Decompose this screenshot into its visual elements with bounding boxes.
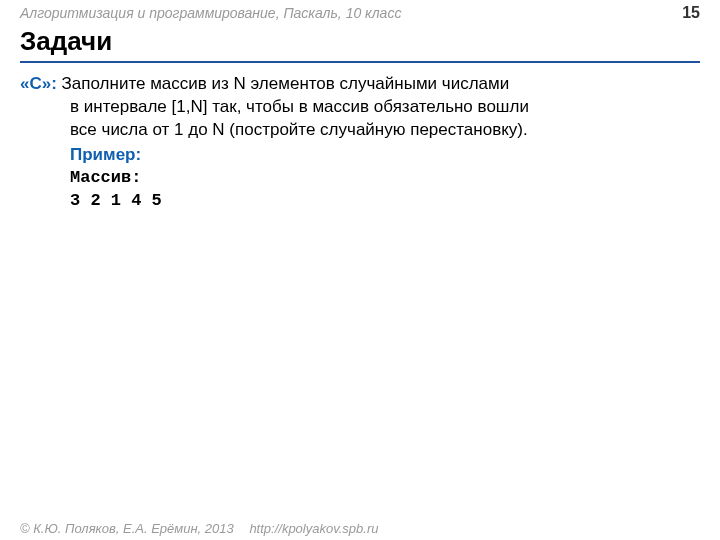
- array-label: Массив:: [20, 167, 700, 190]
- task-text-2: в интервале [1,N] так, чтобы в массив об…: [70, 97, 529, 116]
- task-label: «С»:: [20, 74, 62, 93]
- copyright-text: © К.Ю. Поляков, Е.А. Ерёмин, 2013: [20, 521, 234, 536]
- page-number: 15: [682, 4, 700, 22]
- task-text-3: все числа от 1 до N (постройте случайную…: [70, 120, 528, 139]
- content-area: «С»: Заполните массив из N элементов слу…: [0, 65, 720, 213]
- footer: © К.Ю. Поляков, Е.А. Ерёмин, 2013 http:/…: [20, 521, 378, 536]
- task-line-2: в интервале [1,N] так, чтобы в массив об…: [20, 96, 700, 119]
- course-info: Алгоритмизация и программирование, Паска…: [20, 5, 401, 21]
- page-title: Задачи: [20, 26, 700, 63]
- task-line-1: «С»: Заполните массив из N элементов слу…: [20, 73, 700, 96]
- footer-url: http://kpolyakov.spb.ru: [249, 521, 378, 536]
- header-bar: Алгоритмизация и программирование, Паска…: [0, 0, 720, 24]
- task-text-1: Заполните массив из N элементов случайны…: [62, 74, 510, 93]
- title-section: Задачи: [0, 24, 720, 65]
- task-line-3: все числа от 1 до N (постройте случайную…: [20, 119, 700, 142]
- example-label: Пример:: [20, 144, 700, 167]
- array-values: 3 2 1 4 5: [20, 190, 700, 213]
